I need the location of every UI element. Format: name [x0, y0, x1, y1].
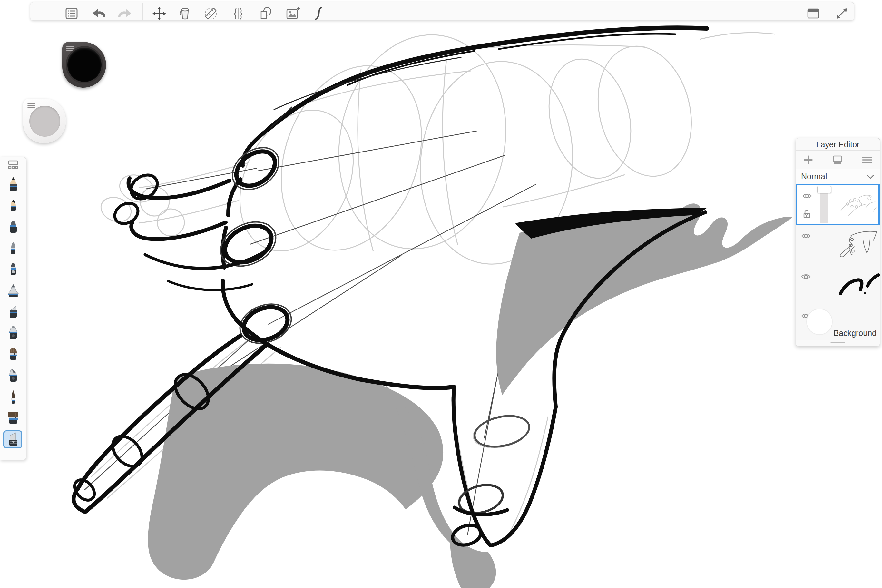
eraser-icon[interactable]: [832, 155, 842, 165]
move-arrows-icon: [152, 6, 166, 21]
pencil-icon: [8, 176, 18, 192]
paint-bucket-icon: [178, 6, 192, 21]
undo-button[interactable]: [90, 4, 108, 22]
brush-library-button[interactable]: [0, 157, 26, 173]
brush-chisel-brush[interactable]: [0, 280, 26, 301]
ruler-button[interactable]: [202, 4, 220, 22]
paint-brush-icon: [8, 432, 19, 447]
layer-visibility-icon[interactable]: [801, 273, 811, 280]
wide-flat-brush-icon: [8, 412, 19, 424]
color-puck-menu-icon[interactable]: [27, 103, 35, 109]
airbrush-icon: [8, 326, 18, 340]
window-icon: [806, 6, 820, 21]
layer-thumbnail-hand-outline: [831, 225, 880, 265]
layer-row-sketch[interactable]: [796, 184, 880, 225]
brush-soft-airbrush[interactable]: [0, 237, 26, 258]
soft-airbrush-icon: [10, 241, 17, 255]
import-image-icon: [286, 6, 300, 21]
layer-thumbnail-sketch: [831, 185, 879, 224]
brush-marker-pen[interactable]: [0, 258, 26, 280]
guide-lines: [84, 131, 536, 535]
ruler-icon: [203, 6, 218, 21]
chisel-marker-icon: [8, 304, 19, 319]
symmetry-icon: [231, 6, 245, 21]
layer-row-background[interactable]: Background: [796, 305, 880, 340]
brush-ballpoint-pencil[interactable]: [0, 195, 26, 216]
brush-paint-brush-selected[interactable]: [0, 429, 26, 450]
layer-visibility-icon[interactable]: [801, 232, 811, 240]
toggle-panels-button[interactable]: [804, 4, 822, 22]
curve-icon: [312, 6, 326, 21]
brush-marker[interactable]: [0, 216, 26, 237]
panel-resize-handle[interactable]: [796, 340, 880, 345]
shapes-button[interactable]: [256, 4, 274, 22]
transparency-lock-icon[interactable]: [802, 209, 812, 219]
brush-airbrush[interactable]: [0, 322, 26, 344]
layer-opacity-handle[interactable]: [817, 186, 831, 193]
drawing-canvas[interactable]: [0, 0, 882, 588]
brush-chisel-marker[interactable]: [0, 301, 26, 322]
symmetry-button[interactable]: [229, 4, 247, 22]
brush-liner-brush[interactable]: [0, 386, 26, 408]
background-color-swatch[interactable]: [807, 309, 832, 334]
layer-row-gesture[interactable]: [796, 225, 880, 266]
blend-mode-value: Normal: [801, 172, 827, 181]
list-menu-icon: [64, 6, 79, 21]
layer-editor-panel: Layer Editor Normal: [796, 138, 880, 346]
marker-pen-icon: [9, 262, 17, 276]
layer-menu-icon[interactable]: [862, 155, 873, 165]
top-toolbar: [30, 2, 854, 21]
brush-angled-airbrush[interactable]: [0, 365, 26, 386]
brush-flat-brush[interactable]: [0, 344, 26, 365]
layer-visibility-icon[interactable]: [802, 192, 812, 200]
expand-icon: [835, 6, 849, 21]
brush-puck-menu-icon[interactable]: [66, 46, 74, 52]
brush-wide-flat-brush[interactable]: [0, 408, 26, 429]
add-layer-icon[interactable]: [803, 155, 813, 165]
brush-puck[interactable]: [62, 42, 106, 88]
fullscreen-button[interactable]: [832, 4, 851, 22]
layer-editor-toolbar: [796, 150, 880, 169]
menu-button[interactable]: [63, 4, 81, 22]
layer-editor-title: Layer Editor: [796, 138, 880, 150]
palette-grid-icon: [7, 159, 20, 171]
layer-thumbnail-bold-strokes: [831, 266, 880, 304]
chevron-down-icon: [866, 174, 874, 179]
redo-arrow-icon: [117, 6, 132, 21]
current-color-swatch[interactable]: [29, 106, 60, 136]
brush-preview[interactable]: [68, 48, 102, 82]
transform-button[interactable]: [150, 4, 168, 22]
undo-arrow-icon: [91, 6, 107, 21]
flat-brush-icon: [8, 348, 18, 361]
liner-brush-icon: [10, 389, 16, 404]
import-image-button[interactable]: [284, 4, 302, 22]
background-layer-label: Background: [834, 328, 876, 338]
angled-airbrush-icon: [8, 369, 19, 382]
fill-button[interactable]: [176, 4, 194, 22]
redo-button[interactable]: [116, 4, 134, 22]
shapes-icon: [258, 6, 273, 21]
color-puck[interactable]: [23, 99, 66, 143]
chisel-brush-icon: [8, 284, 19, 297]
blend-mode-dropdown[interactable]: Normal: [796, 169, 880, 184]
layer-row-ink[interactable]: [796, 266, 880, 305]
stroke-curve-button[interactable]: [310, 4, 328, 22]
ballpoint-pencil-icon: [9, 199, 17, 212]
brush-palette: [0, 157, 26, 460]
toolbar-divider: [142, 3, 143, 20]
marker-icon: [9, 220, 18, 233]
brush-pencil[interactable]: [0, 173, 26, 195]
